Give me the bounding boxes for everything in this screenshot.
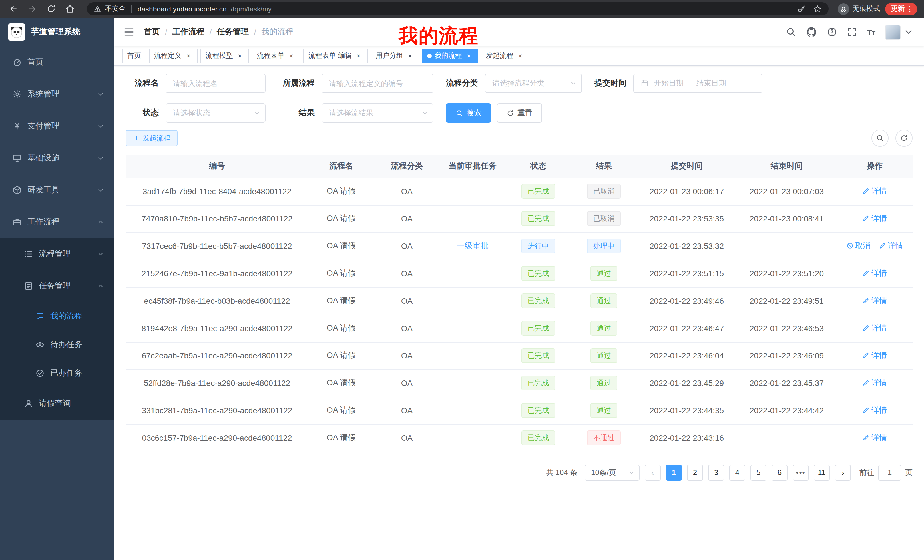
close-icon[interactable]: ×	[287, 52, 295, 60]
owner-process-input[interactable]	[321, 73, 434, 93]
detail-link[interactable]: 详情	[862, 433, 887, 443]
address-bar[interactable]: 不安全 dashboard.yudao.iocoder.cn /bpm/task…	[87, 2, 829, 15]
close-icon[interactable]: ×	[465, 52, 473, 60]
update-button[interactable]: 更新	[885, 3, 917, 15]
close-icon[interactable]: ×	[406, 52, 414, 60]
table-row: 03c6c157-7b9a-11ec-a290-acde48001122OA 请…	[126, 424, 913, 452]
sidebar-item-8[interactable]: 我的流程	[0, 302, 114, 331]
detail-link[interactable]: 详情	[862, 378, 887, 388]
sidebar-item-3[interactable]: 基础设施	[0, 142, 114, 174]
user-menu[interactable]	[885, 24, 914, 40]
incognito-badge: 无痕模式	[838, 3, 880, 15]
toggle-search-button[interactable]	[872, 130, 889, 147]
row-end-time: 2022-01-22 23:45:37	[736, 369, 837, 397]
tab-5[interactable]: 用户分组×	[370, 48, 419, 63]
sidebar-item-5[interactable]: 工作流程	[0, 206, 114, 238]
row-result: 已取消	[571, 205, 637, 232]
collapse-sidebar-icon[interactable]	[123, 26, 135, 38]
detail-link[interactable]: 详情	[862, 405, 887, 416]
refresh-table-button[interactable]	[896, 130, 913, 147]
date-range-picker[interactable]: 开始日期 - 结束日期	[633, 73, 762, 93]
row-end-time	[736, 232, 837, 260]
detail-link[interactable]: 详情	[862, 268, 887, 279]
sidebar-item-4[interactable]: 研发工具	[0, 174, 114, 206]
tab-7[interactable]: 发起流程×	[481, 48, 530, 63]
current-task-link[interactable]: 一级审批	[457, 241, 489, 250]
help-icon[interactable]	[826, 27, 837, 37]
close-icon[interactable]: ×	[236, 52, 244, 60]
sidebar-item-1[interactable]: 系统管理	[0, 78, 114, 110]
font-size-icon[interactable]: TT	[867, 28, 876, 36]
tab-2[interactable]: 流程模型×	[201, 48, 249, 63]
sidebar-item-0[interactable]: 首页	[0, 46, 114, 78]
row-current-task	[440, 369, 506, 397]
page-button-6[interactable]: 6	[771, 464, 788, 481]
page-button-11[interactable]: 11	[814, 464, 830, 481]
detail-link[interactable]: 详情	[879, 241, 903, 251]
process-name-input[interactable]	[166, 73, 266, 93]
detail-link[interactable]: 详情	[862, 214, 887, 224]
breadcrumb-item[interactable]: 工作流程	[172, 27, 204, 37]
cancel-link[interactable]: 取消	[846, 241, 871, 251]
breadcrumb: 首页/工作流程/任务管理/我的流程	[144, 27, 293, 37]
sidebar-item-7[interactable]: 任务管理	[0, 270, 114, 302]
forward-icon[interactable]	[27, 4, 37, 14]
close-icon[interactable]: ×	[516, 52, 524, 60]
back-icon[interactable]	[9, 4, 18, 14]
breadcrumb-item: 我的流程	[261, 27, 293, 37]
page-button-1[interactable]: 1	[666, 464, 682, 481]
goto-page-input[interactable]	[878, 464, 901, 481]
sidebar-item-9[interactable]: 待办任务	[0, 331, 114, 359]
detail-link[interactable]: 详情	[862, 350, 887, 361]
reset-button[interactable]: 重置	[497, 103, 542, 123]
home-nav-icon[interactable]	[65, 4, 75, 14]
row-id: ec45f38f-7b9a-11ec-b03b-acde48001122	[126, 287, 308, 314]
incognito-icon	[838, 3, 849, 15]
category-select[interactable]: 请选择流程分类	[485, 73, 582, 93]
search-button[interactable]: 搜索	[446, 103, 491, 123]
sidebar: 芋道管理系统 首页系统管理支付管理基础设施研发工具工作流程流程管理任务管理我的流…	[0, 18, 114, 560]
page-button-5[interactable]: 5	[750, 464, 766, 481]
sidebar-item-10[interactable]: 已办任务	[0, 359, 114, 388]
tab-1[interactable]: 流程定义×	[149, 48, 198, 63]
status-tag: 已完成	[521, 184, 555, 199]
sidebar-item-11[interactable]: 请假查询	[0, 388, 114, 419]
prev-page-button[interactable]: ‹	[645, 464, 661, 481]
tab-0[interactable]: 首页	[122, 48, 146, 63]
app-logo[interactable]: 芋道管理系统	[0, 18, 114, 46]
github-icon[interactable]	[806, 26, 817, 38]
next-page-button[interactable]: ›	[835, 464, 851, 481]
column-header: 提交时间	[637, 155, 736, 178]
chat-icon	[35, 312, 45, 321]
close-icon[interactable]: ×	[184, 52, 192, 60]
bookmark-star-icon[interactable]	[813, 4, 822, 13]
detail-link[interactable]: 详情	[862, 186, 887, 196]
page-button-2[interactable]: 2	[687, 464, 703, 481]
sidebar-item-label: 研发工具	[27, 185, 59, 195]
result-select[interactable]: 请选择流结果	[321, 103, 434, 123]
tab-3[interactable]: 流程表单×	[252, 48, 300, 63]
sidebar-item-2[interactable]: 支付管理	[0, 110, 114, 142]
pager-more-button[interactable]: •••	[793, 464, 808, 481]
page-button-3[interactable]: 3	[708, 464, 724, 481]
breadcrumb-item[interactable]: 首页	[144, 27, 160, 37]
search-icon[interactable]	[786, 27, 796, 37]
menu-dots-icon[interactable]	[906, 5, 914, 13]
status-select[interactable]: 请选择状态	[166, 103, 266, 123]
detail-link[interactable]: 详情	[862, 296, 887, 306]
reset-button-label: 重置	[518, 108, 532, 118]
tab-6[interactable]: 我的流程×	[422, 48, 478, 63]
close-icon[interactable]: ×	[355, 52, 363, 60]
page-button-4[interactable]: 4	[729, 464, 745, 481]
row-status: 已完成	[506, 287, 571, 314]
detail-link[interactable]: 详情	[862, 323, 887, 333]
sidebar-item-label: 系统管理	[27, 89, 59, 99]
sidebar-item-6[interactable]: 流程管理	[0, 238, 114, 270]
fullscreen-icon[interactable]	[847, 27, 857, 37]
create-process-button[interactable]: 发起流程	[126, 130, 178, 146]
password-key-icon[interactable]	[797, 4, 806, 13]
tab-4[interactable]: 流程表单-编辑×	[303, 48, 368, 63]
breadcrumb-item[interactable]: 任务管理	[217, 27, 249, 37]
reload-icon[interactable]	[46, 4, 56, 14]
page-size-select[interactable]: 10条/页	[585, 464, 640, 481]
